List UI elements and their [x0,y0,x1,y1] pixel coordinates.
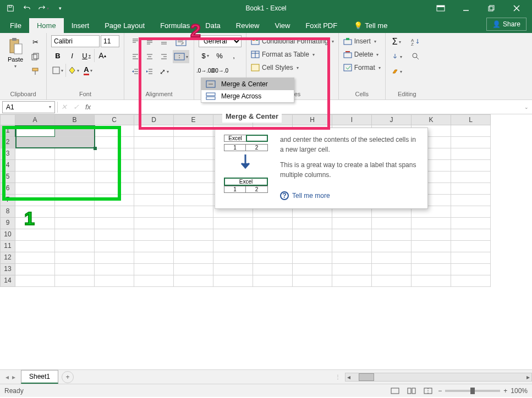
cell-C3[interactable] [95,148,134,160]
cell-C6[interactable] [95,183,134,195]
maximize-icon[interactable] [484,1,499,16]
cell-B4[interactable] [55,160,95,172]
close-icon[interactable] [509,1,524,16]
cell-L2[interactable] [451,137,491,148]
cell-J12[interactable] [372,252,412,264]
page-layout-view-icon[interactable] [405,384,418,397]
cell-B8[interactable] [55,206,95,218]
cell-A10[interactable] [15,229,55,241]
cell-G11[interactable] [253,241,293,252]
cell-C13[interactable] [95,264,134,275]
select-all-corner[interactable] [0,114,15,125]
cell-C4[interactable] [95,160,134,172]
find-select-icon[interactable] [408,50,424,63]
cell-E9[interactable] [174,218,213,229]
cell-G13[interactable] [253,264,293,275]
align-center-icon[interactable] [143,50,156,63]
cell-A6[interactable] [15,183,55,195]
row-header-8[interactable]: 8 [0,206,15,218]
cell-I14[interactable] [332,275,372,287]
cell-L11[interactable] [451,241,491,252]
save-icon[interactable] [3,1,18,15]
cell-B7[interactable] [55,195,95,206]
minimize-icon[interactable] [458,1,474,16]
sheet-nav[interactable]: ◂▸ [0,373,21,381]
page-break-view-icon[interactable] [421,384,435,397]
format-as-table-button[interactable]: Format as Table [251,49,334,59]
cell-G9[interactable] [253,218,293,229]
merge-center-item[interactable]: Merge & Center [201,78,294,90]
tab-data[interactable]: Data [198,18,228,33]
cell-D12[interactable] [134,252,174,264]
copy-icon[interactable] [29,50,42,63]
cell-C9[interactable] [95,218,134,229]
row-header-5[interactable]: 5 [0,172,15,183]
new-sheet-button[interactable]: + [62,371,74,383]
tab-file[interactable]: File [2,18,29,33]
delete-cells-button[interactable]: Delete [343,49,381,59]
merge-center-button[interactable] [173,50,189,63]
cell-I12[interactable] [332,252,372,264]
orientation-icon[interactable]: ⤢ [157,65,171,78]
cell-E10[interactable] [174,229,213,241]
tellme-search[interactable]: 💡Tell me [346,18,395,33]
tab-pagelayout[interactable]: Page Layout [97,18,152,33]
row-header-13[interactable]: 13 [0,264,15,275]
cell-C8[interactable] [95,206,134,218]
increase-font-icon[interactable]: A▴ [96,49,109,62]
cut-icon[interactable]: ✂ [29,35,42,48]
percent-icon[interactable]: % [213,49,226,62]
row-header-4[interactable]: 4 [0,160,15,172]
cell-E13[interactable] [174,264,213,275]
increase-decimal-icon[interactable]: .0→.00 [199,64,212,77]
cell-B9[interactable] [55,218,95,229]
sort-filter-icon[interactable]: AZ [408,35,424,48]
decrease-decimal-icon[interactable]: .00→.0 [213,64,226,77]
cell-C7[interactable] [95,195,134,206]
cell-L1[interactable] [451,125,491,137]
cell-L12[interactable] [451,252,491,264]
wrap-text-icon[interactable] [173,35,189,48]
zoom-control[interactable]: − + 100% [438,387,528,395]
cell-K9[interactable] [412,218,451,229]
row-header-9[interactable]: 9 [0,218,15,229]
tell-me-more-link[interactable]: ? Tell me more [280,191,420,201]
cell-C10[interactable] [95,229,134,241]
ribbon-options-icon[interactable] [433,1,448,16]
cell-A11[interactable] [15,241,55,252]
cell-K12[interactable] [412,252,451,264]
cell-L8[interactable] [451,206,491,218]
row-header-10[interactable]: 10 [0,229,15,241]
cell-A14[interactable] [15,275,55,287]
cell-A13[interactable] [15,264,55,275]
cell-H11[interactable] [293,241,332,252]
cell-I10[interactable] [332,229,372,241]
cell-D5[interactable] [134,172,174,183]
name-box[interactable]: A1▾ [2,101,55,113]
cell-L7[interactable] [451,195,491,206]
cell-B2[interactable] [55,137,95,148]
cell-I11[interactable] [332,241,372,252]
zoom-slider[interactable] [445,390,500,392]
normal-view-icon[interactable] [388,384,402,397]
cell-E11[interactable] [174,241,213,252]
cell-K11[interactable] [412,241,451,252]
row-header-6[interactable]: 6 [0,183,15,195]
row-header-12[interactable]: 12 [0,252,15,264]
font-family-input[interactable] [51,35,100,47]
cell-B11[interactable] [55,241,95,252]
cell-F9[interactable] [213,218,253,229]
cell-C14[interactable] [95,275,134,287]
cell-L9[interactable] [451,218,491,229]
cell-H13[interactable] [293,264,332,275]
cell-D8[interactable] [134,206,174,218]
cancel-formula-icon[interactable]: ✕ [58,101,70,113]
cell-H10[interactable] [293,229,332,241]
cell-F13[interactable] [213,264,253,275]
cell-H12[interactable] [293,252,332,264]
col-header-B[interactable]: B [55,114,95,125]
cell-B6[interactable] [55,183,95,195]
row-header-14[interactable]: 14 [0,275,15,287]
align-right-icon[interactable] [157,50,171,63]
col-header-H[interactable]: H [293,114,332,125]
